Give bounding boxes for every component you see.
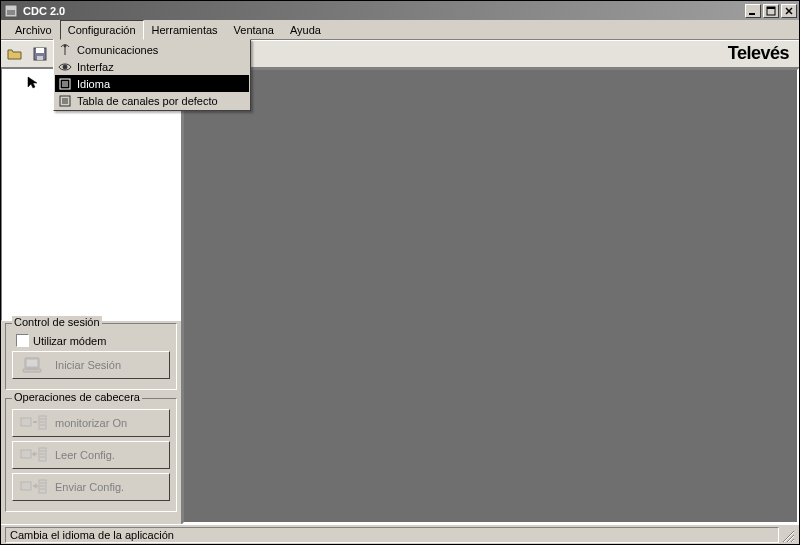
monitor-icon [17,412,51,434]
menu-item-interfaz[interactable]: Interfaz [55,58,249,75]
eye-icon [57,59,73,75]
svg-rect-19 [37,56,43,60]
send-icon [17,476,51,498]
app-window: CDC 2.0 Archivo Configuración Herramient… [0,0,800,545]
send-config-button[interactable]: Enviar Config. [12,473,170,501]
titlebar: CDC 2.0 [1,1,799,20]
use-modem-label: Utilizar módem [33,335,106,347]
cursor-icon [24,74,40,90]
menu-item-label: Interfaz [77,61,114,73]
computer-icon [17,354,51,376]
use-modem-checkbox[interactable] [16,334,29,347]
svg-rect-18 [36,48,44,53]
svg-rect-28 [21,450,31,458]
send-config-label: Enviar Config. [55,481,165,493]
monitor-on-label: monitorizar On [55,417,165,429]
session-control-panel: Control de sesión Utilizar módem Iniciar… [5,323,177,390]
headend-ops-legend: Operaciones de cabecera [12,391,142,403]
svg-rect-33 [21,482,31,490]
client-area: Control de sesión Utilizar módem Iniciar… [1,68,799,524]
start-session-label: Iniciar Sesión [55,359,165,371]
toolbar-save-button[interactable] [28,43,52,65]
resize-grip[interactable] [779,527,795,543]
side-panels: Control de sesión Utilizar módem Iniciar… [1,321,181,524]
headend-ops-panel: Operaciones de cabecera monitorizar On L… [5,398,177,512]
statusbar: Cambia el idioma de la aplicación [1,524,799,544]
svg-rect-23 [21,418,31,426]
app-icon [3,3,19,19]
menu-configuracion-dropdown: Comunicaciones Interfaz Idioma Tabla de … [53,39,251,111]
menu-item-comunicaciones[interactable]: Comunicaciones [55,41,249,58]
window-title: CDC 2.0 [23,5,743,17]
use-modem-checkbox-row[interactable]: Utilizar módem [12,334,170,347]
menu-item-label: Idioma [77,78,110,90]
svg-rect-21 [27,360,37,366]
antenna-icon [57,42,73,58]
sidebar: Control de sesión Utilizar módem Iniciar… [1,68,182,524]
menu-ventana[interactable]: Ventana [226,20,282,39]
session-control-legend: Control de sesión [12,316,102,328]
minimize-button[interactable] [745,4,761,18]
start-session-button[interactable]: Iniciar Sesión [12,351,170,379]
close-button[interactable] [781,4,797,18]
maximize-button[interactable] [763,4,779,18]
list-icon [57,76,73,92]
svg-point-8 [63,65,67,69]
window-controls [743,4,797,18]
menu-item-label: Tabla de canales por defecto [77,95,218,107]
svg-point-7 [64,45,66,47]
menu-archivo[interactable]: Archivo [7,20,60,39]
table-icon [57,93,73,109]
monitor-on-button[interactable]: monitorizar On [12,409,170,437]
brand-label: Televés [728,43,789,64]
toolbar-open-button[interactable] [3,43,27,65]
menu-item-idioma[interactable]: Idioma [55,75,249,92]
menu-configuracion[interactable]: Configuración [60,20,144,40]
svg-rect-1 [7,10,15,15]
menu-ayuda[interactable]: Ayuda [282,20,329,39]
read-config-label: Leer Config. [55,449,165,461]
mdi-workspace [182,68,799,524]
menu-item-label: Comunicaciones [77,44,158,56]
menu-item-tabla-canales[interactable]: Tabla de canales por defecto [55,92,249,109]
menu-herramientas[interactable]: Herramientas [144,20,226,39]
status-text: Cambia el idioma de la aplicación [5,527,779,543]
svg-rect-22 [23,369,41,372]
read-config-button[interactable]: Leer Config. [12,441,170,469]
menubar: Archivo Configuración Herramientas Venta… [1,20,799,40]
read-icon [17,444,51,466]
